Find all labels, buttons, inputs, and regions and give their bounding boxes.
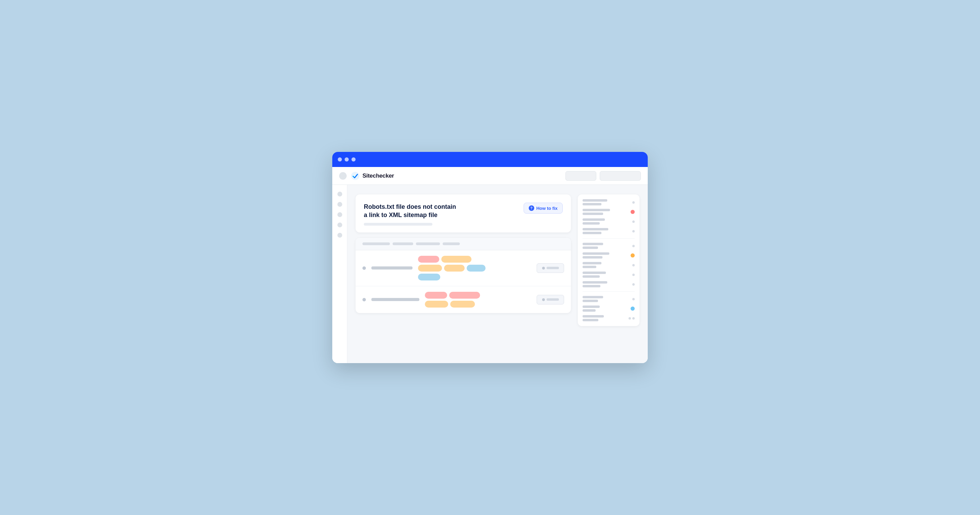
right-bar-9a — [582, 281, 607, 284]
right-bar-12b — [582, 319, 598, 321]
how-to-fix-button[interactable]: ? How to fix — [523, 203, 563, 214]
svg-point-0 — [351, 172, 360, 180]
issue-subtitle-bar — [364, 223, 433, 226]
right-bar-2a — [582, 209, 610, 211]
tag-pink-3 — [449, 292, 480, 299]
issue-card: Robots.txt file does not contain a link … — [356, 194, 571, 232]
window-dot-3 — [352, 157, 356, 162]
row-action-btn-2[interactable] — [537, 295, 564, 305]
logo-area: Sitechecker — [351, 172, 561, 180]
table-row — [356, 250, 571, 286]
tag-orange-2 — [418, 265, 442, 272]
action-btn-dot-1 — [542, 267, 545, 270]
right-bars-12 — [582, 315, 604, 321]
right-bars-5 — [582, 243, 603, 249]
right-panel — [578, 194, 640, 353]
right-bars-11 — [582, 305, 600, 312]
window-dot-2 — [345, 157, 349, 162]
row-title-2 — [371, 298, 419, 301]
right-bar-7b — [582, 266, 596, 268]
right-bars-2 — [582, 209, 610, 215]
tag-blue-1 — [467, 265, 485, 272]
right-bar-8a — [582, 272, 606, 274]
right-bar-11b — [582, 309, 596, 312]
row-title-1 — [371, 266, 412, 270]
right-bar-3a — [582, 218, 605, 221]
mini-dot-3 — [632, 221, 635, 223]
main-content: Robots.txt file does not contain a link … — [347, 185, 648, 363]
mini-dot-12b — [632, 317, 635, 319]
mini-dot-4 — [632, 230, 635, 232]
action-btn-dot-2 — [542, 298, 545, 301]
logo-text: Sitechecker — [363, 172, 394, 179]
right-list-item-2 — [582, 209, 635, 215]
right-list-item-1 — [582, 199, 635, 205]
right-section-3 — [582, 296, 635, 321]
right-bar-2b — [582, 213, 603, 215]
tags-area-1 — [418, 256, 531, 280]
right-dot-red — [631, 210, 635, 214]
browser-window: Sitechecker Robots.txt file — [332, 152, 648, 363]
sidebar-dot-3 — [337, 212, 342, 217]
right-list-item-4 — [582, 228, 635, 234]
mini-dot-7 — [632, 264, 635, 266]
right-list-item-9 — [582, 281, 635, 287]
right-bars-10 — [582, 296, 603, 302]
th-bar-4 — [443, 242, 460, 245]
right-bars-3 — [582, 218, 605, 224]
sidebar-dot-1 — [337, 192, 342, 197]
th-bar-3 — [416, 242, 440, 245]
tag-pink-2 — [425, 292, 447, 299]
sidebar-dot-5 — [337, 233, 342, 238]
toolbar-button-2[interactable] — [600, 171, 641, 181]
action-btn-bar-2 — [547, 298, 559, 301]
table-header-row — [356, 238, 571, 250]
tag-orange-3 — [444, 265, 465, 272]
sidebar — [332, 185, 347, 363]
right-dots-row-12 — [628, 317, 635, 319]
right-bar-11a — [582, 305, 600, 308]
toolbar-circle — [339, 172, 347, 180]
table-area — [356, 238, 571, 313]
right-bar-4a — [582, 228, 608, 230]
right-bar-1b — [582, 203, 601, 205]
right-section-1 — [582, 199, 635, 238]
right-list-item-10 — [582, 296, 635, 302]
mini-dot-10 — [632, 298, 635, 300]
right-bar-5b — [582, 246, 598, 249]
row-action-btn-1[interactable] — [537, 263, 564, 273]
right-bar-12a — [582, 315, 604, 318]
right-list-item-6 — [582, 252, 635, 259]
toolbar-button-1[interactable] — [565, 171, 596, 181]
tag-pink-1 — [418, 256, 439, 263]
right-bars-1 — [582, 199, 607, 205]
right-list-item-5 — [582, 243, 635, 249]
right-list-item-11 — [582, 305, 635, 312]
right-list-item-7 — [582, 262, 635, 268]
right-bars-9 — [582, 281, 607, 287]
right-bar-6b — [582, 256, 603, 259]
mini-dot-1 — [632, 201, 635, 203]
sitechecker-logo-icon — [351, 172, 360, 180]
right-bar-4b — [582, 232, 601, 234]
right-bar-6a — [582, 252, 609, 255]
right-bar-10a — [582, 296, 603, 298]
tag-orange-1 — [441, 256, 471, 263]
browser-body: Robots.txt file does not contain a link … — [332, 185, 648, 363]
center-panel: Robots.txt file does not contain a link … — [356, 194, 571, 353]
sidebar-dot-2 — [337, 202, 342, 207]
right-dot-orange — [631, 253, 635, 258]
right-bar-10b — [582, 300, 598, 302]
right-bar-1a — [582, 199, 607, 202]
right-dot-blue — [631, 307, 635, 311]
right-card — [578, 194, 640, 326]
action-btn-bar-1 — [547, 267, 559, 269]
right-bar-3b — [582, 222, 600, 224]
tag-orange-4 — [425, 301, 448, 308]
right-list-item-12 — [582, 315, 635, 321]
tag-orange-5 — [450, 301, 475, 308]
browser-titlebar — [332, 152, 648, 167]
right-bar-8b — [582, 275, 600, 278]
right-bars-6 — [582, 252, 609, 259]
right-bar-7a — [582, 262, 601, 264]
